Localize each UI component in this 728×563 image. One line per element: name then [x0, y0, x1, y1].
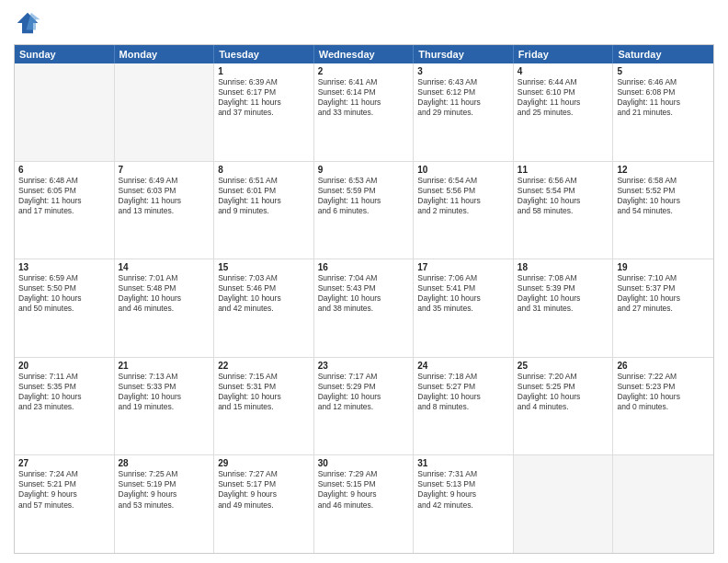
day-number: 26	[617, 361, 710, 371]
calendar: SundayMondayTuesdayWednesdayThursdayFrid…	[14, 44, 714, 554]
cal-cell: 14Sunrise: 7:01 AM Sunset: 5:48 PM Dayli…	[115, 259, 215, 357]
day-number: 5	[617, 66, 710, 76]
header-day-monday: Monday	[115, 45, 215, 63]
cell-text: Sunrise: 7:18 AM Sunset: 5:27 PM Dayligh…	[417, 372, 509, 412]
cell-text: Sunrise: 7:01 AM Sunset: 5:48 PM Dayligh…	[119, 273, 210, 314]
header-day-saturday: Saturday	[613, 45, 713, 63]
cell-text: Sunrise: 6:43 AM Sunset: 6:12 PM Dayligh…	[417, 77, 509, 118]
cal-cell: 2Sunrise: 6:41 AM Sunset: 6:14 PM Daylig…	[314, 63, 415, 161]
cell-text: Sunrise: 7:04 AM Sunset: 5:43 PM Dayligh…	[318, 273, 410, 314]
cal-cell: 6Sunrise: 6:48 AM Sunset: 6:05 PM Daylig…	[15, 162, 115, 259]
cell-text: Sunrise: 7:20 AM Sunset: 5:25 PM Dayligh…	[518, 372, 609, 412]
cal-cell: 23Sunrise: 7:17 AM Sunset: 5:29 PM Dayli…	[314, 358, 415, 455]
header-day-wednesday: Wednesday	[314, 45, 415, 63]
header-day-tuesday: Tuesday	[214, 45, 314, 63]
day-number: 3	[417, 66, 509, 76]
cal-cell: 4Sunrise: 6:44 AM Sunset: 6:10 PM Daylig…	[514, 63, 614, 161]
cell-text: Sunrise: 6:48 AM Sunset: 6:05 PM Dayligh…	[18, 176, 110, 216]
cal-cell: 20Sunrise: 7:11 AM Sunset: 5:35 PM Dayli…	[15, 358, 115, 455]
cal-cell	[514, 455, 614, 553]
cell-text: Sunrise: 7:06 AM Sunset: 5:41 PM Dayligh…	[417, 273, 509, 314]
logo-icon	[14, 9, 41, 37]
cell-text: Sunrise: 7:10 AM Sunset: 5:37 PM Dayligh…	[617, 273, 710, 314]
week-row-2: 6Sunrise: 6:48 AM Sunset: 6:05 PM Daylig…	[15, 161, 713, 259]
cal-cell	[15, 63, 115, 161]
cell-text: Sunrise: 6:53 AM Sunset: 5:59 PM Dayligh…	[318, 176, 410, 216]
cal-cell: 8Sunrise: 6:51 AM Sunset: 6:01 PM Daylig…	[214, 162, 314, 259]
cal-cell: 16Sunrise: 7:04 AM Sunset: 5:43 PM Dayli…	[314, 259, 415, 357]
cal-cell: 11Sunrise: 6:56 AM Sunset: 5:54 PM Dayli…	[514, 162, 614, 259]
cal-cell: 17Sunrise: 7:06 AM Sunset: 5:41 PM Dayli…	[414, 259, 514, 357]
cal-cell: 5Sunrise: 6:46 AM Sunset: 6:08 PM Daylig…	[613, 63, 713, 161]
cal-cell: 3Sunrise: 6:43 AM Sunset: 6:12 PM Daylig…	[414, 63, 514, 161]
header-day-sunday: Sunday	[15, 45, 115, 63]
calendar-header: SundayMondayTuesdayWednesdayThursdayFrid…	[15, 45, 713, 63]
day-number: 28	[119, 458, 210, 468]
day-number: 2	[318, 66, 410, 76]
cell-text: Sunrise: 6:46 AM Sunset: 6:08 PM Dayligh…	[617, 77, 710, 118]
cell-text: Sunrise: 6:54 AM Sunset: 5:56 PM Dayligh…	[417, 176, 509, 216]
day-number: 13	[18, 262, 110, 272]
cal-cell: 12Sunrise: 6:58 AM Sunset: 5:52 PM Dayli…	[613, 162, 713, 259]
day-number: 8	[218, 165, 310, 175]
week-row-4: 20Sunrise: 7:11 AM Sunset: 5:35 PM Dayli…	[15, 357, 713, 455]
day-number: 17	[417, 262, 509, 272]
cell-text: Sunrise: 6:49 AM Sunset: 6:03 PM Dayligh…	[119, 176, 210, 216]
day-number: 21	[119, 361, 210, 371]
cal-cell: 28Sunrise: 7:25 AM Sunset: 5:19 PM Dayli…	[115, 455, 215, 553]
day-number: 15	[218, 262, 310, 272]
cell-text: Sunrise: 6:59 AM Sunset: 5:50 PM Dayligh…	[18, 273, 110, 314]
day-number: 6	[18, 165, 110, 175]
cal-cell: 21Sunrise: 7:13 AM Sunset: 5:33 PM Dayli…	[115, 358, 215, 455]
cal-cell: 27Sunrise: 7:24 AM Sunset: 5:21 PM Dayli…	[15, 455, 115, 553]
cal-cell: 24Sunrise: 7:18 AM Sunset: 5:27 PM Dayli…	[414, 358, 514, 455]
cal-cell: 26Sunrise: 7:22 AM Sunset: 5:23 PM Dayli…	[613, 358, 713, 455]
day-number: 16	[318, 262, 410, 272]
cal-cell: 15Sunrise: 7:03 AM Sunset: 5:46 PM Dayli…	[214, 259, 314, 357]
day-number: 31	[417, 458, 509, 468]
cell-text: Sunrise: 7:24 AM Sunset: 5:21 PM Dayligh…	[18, 469, 110, 510]
cell-text: Sunrise: 6:51 AM Sunset: 6:01 PM Dayligh…	[218, 176, 310, 216]
day-number: 1	[218, 66, 310, 76]
cal-cell: 10Sunrise: 6:54 AM Sunset: 5:56 PM Dayli…	[414, 162, 514, 259]
cal-cell	[613, 455, 713, 553]
day-number: 25	[518, 361, 609, 371]
day-number: 19	[617, 262, 710, 272]
day-number: 20	[18, 361, 110, 371]
day-number: 22	[218, 361, 310, 371]
logo	[14, 9, 45, 37]
header-day-friday: Friday	[514, 45, 614, 63]
cal-cell: 19Sunrise: 7:10 AM Sunset: 5:37 PM Dayli…	[613, 259, 713, 357]
cal-cell: 31Sunrise: 7:31 AM Sunset: 5:13 PM Dayli…	[414, 455, 514, 553]
cell-text: Sunrise: 7:13 AM Sunset: 5:33 PM Dayligh…	[119, 372, 210, 412]
day-number: 27	[18, 458, 110, 468]
week-row-5: 27Sunrise: 7:24 AM Sunset: 5:21 PM Dayli…	[15, 454, 713, 553]
day-number: 29	[218, 458, 310, 468]
header	[14, 9, 714, 37]
day-number: 4	[518, 66, 609, 76]
day-number: 9	[318, 165, 410, 175]
cal-cell: 1Sunrise: 6:39 AM Sunset: 6:17 PM Daylig…	[214, 63, 314, 161]
cal-cell: 18Sunrise: 7:08 AM Sunset: 5:39 PM Dayli…	[514, 259, 614, 357]
day-number: 18	[518, 262, 609, 272]
cell-text: Sunrise: 7:11 AM Sunset: 5:35 PM Dayligh…	[18, 372, 110, 412]
day-number: 30	[318, 458, 410, 468]
cal-cell: 13Sunrise: 6:59 AM Sunset: 5:50 PM Dayli…	[15, 259, 115, 357]
cell-text: Sunrise: 6:56 AM Sunset: 5:54 PM Dayligh…	[518, 176, 609, 216]
cell-text: Sunrise: 6:41 AM Sunset: 6:14 PM Dayligh…	[318, 77, 410, 118]
day-number: 7	[119, 165, 210, 175]
cell-text: Sunrise: 7:08 AM Sunset: 5:39 PM Dayligh…	[518, 273, 609, 314]
cell-text: Sunrise: 7:17 AM Sunset: 5:29 PM Dayligh…	[318, 372, 410, 412]
day-number: 12	[617, 165, 710, 175]
day-number: 14	[119, 262, 210, 272]
cal-cell: 29Sunrise: 7:27 AM Sunset: 5:17 PM Dayli…	[214, 455, 314, 553]
cell-text: Sunrise: 6:58 AM Sunset: 5:52 PM Dayligh…	[617, 176, 710, 216]
cal-cell: 30Sunrise: 7:29 AM Sunset: 5:15 PM Dayli…	[314, 455, 415, 553]
cell-text: Sunrise: 7:27 AM Sunset: 5:17 PM Dayligh…	[218, 469, 310, 510]
week-row-1: 1Sunrise: 6:39 AM Sunset: 6:17 PM Daylig…	[15, 63, 713, 161]
cell-text: Sunrise: 7:22 AM Sunset: 5:23 PM Dayligh…	[617, 372, 710, 412]
week-row-3: 13Sunrise: 6:59 AM Sunset: 5:50 PM Dayli…	[15, 259, 713, 357]
cell-text: Sunrise: 6:39 AM Sunset: 6:17 PM Dayligh…	[218, 77, 310, 118]
calendar-body: 1Sunrise: 6:39 AM Sunset: 6:17 PM Daylig…	[15, 63, 713, 553]
cell-text: Sunrise: 7:29 AM Sunset: 5:15 PM Dayligh…	[318, 469, 410, 510]
